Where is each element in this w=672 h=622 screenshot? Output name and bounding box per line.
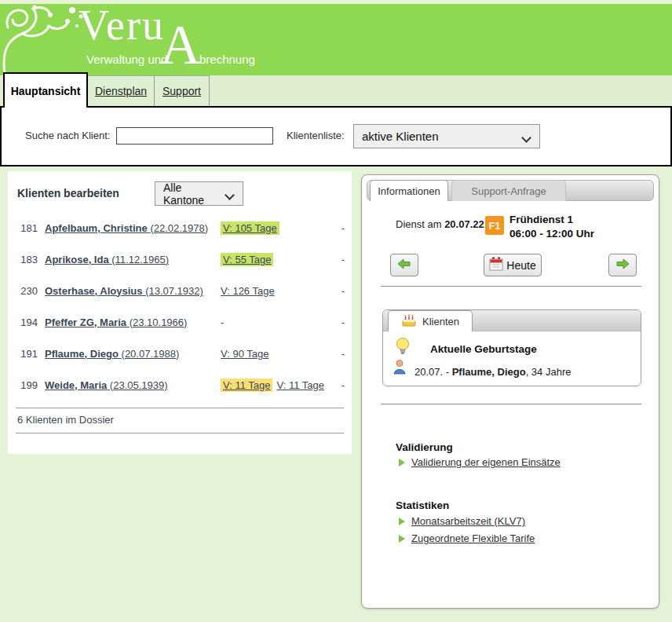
client-row: 181 Apfelbaum, Christine (22.02.1978) V:…: [8, 212, 352, 243]
shift-info: Frühdienst 1 06:00 - 12:00 Uhr: [509, 213, 594, 241]
client-name-link[interactable]: Osterhase, Aloysius (13.07.1932): [45, 285, 221, 297]
validation-heading: Validierung: [396, 441, 453, 453]
placeholder-dash: -: [334, 348, 345, 360]
placeholder-dash: -: [334, 379, 345, 391]
bulb-icon: [396, 337, 410, 359]
shift-name: Frühdienst 1: [509, 213, 594, 227]
contract-days-link[interactable]: V: 11 Tage: [221, 379, 272, 392]
client-row: 194 Pfeffer ZG, Maria (23.10.1966) - -: [8, 306, 352, 338]
shift-badge: F1: [485, 216, 504, 235]
client-row: 191 Pflaume, Diego (20.07.1988) V: 90 Ta…: [8, 338, 352, 369]
clients-count: 6 Klienten im Dossier: [17, 414, 114, 426]
client-id: 181: [16, 222, 38, 234]
arrow-bullet-icon: [399, 518, 405, 525]
client-name-link[interactable]: Pfeffer ZG, Maria (23.10.1966): [45, 316, 221, 328]
statistics-heading: Statistiken: [396, 499, 449, 511]
client-id: 183: [16, 254, 38, 265]
contract-days-link[interactable]: V: 11 Tage: [276, 379, 323, 391]
monthly-worktime-link[interactable]: Monatsarbeitszeit (KLV7): [411, 515, 525, 527]
client-id: 194: [16, 316, 38, 328]
client-row: 183 Aprikose, Ida (11.12.1965) V: 55 Tag…: [8, 243, 352, 275]
statistics-link-row: Monatsarbeitszeit (KLV7): [399, 515, 525, 527]
arrow-right-icon: [615, 258, 630, 273]
contract-days-link[interactable]: V: 55 Tage: [221, 253, 273, 266]
logo-verua: Veru: [79, 4, 165, 46]
person-icon: [393, 359, 407, 378]
client-name-link[interactable]: Weide, Maria (23.05.1939): [45, 379, 221, 391]
validation-link[interactable]: Validierung der eigenen Einsätze: [411, 456, 561, 468]
app-header: Veru A Verwaltung und brechnung: [0, 4, 672, 75]
client-row: 199 Weide, Maria (23.05.1939) V: 11 Tage…: [8, 369, 352, 401]
search-label: Suche nach Klient:: [25, 130, 110, 141]
duty-date-label: Dienst am 20.07.22:: [396, 218, 487, 230]
info-panel: Informationen Support-Anfrage Dienst am …: [361, 174, 659, 609]
client-name-link[interactable]: Aprikose, Ida (11.12.1965): [45, 254, 221, 265]
client-name-link[interactable]: Pflaume, Diego (20.07.1988): [45, 348, 221, 360]
tab-informationen[interactable]: Informationen: [370, 180, 448, 201]
tab-dienstplan[interactable]: Dienstplan: [88, 75, 155, 106]
birthday-box: Klienten Aktuelle Geburtstage 20.07. - P…: [382, 309, 641, 386]
shift-time: 06:00 - 12:00 Uhr: [509, 227, 594, 241]
client-id: 230: [16, 285, 38, 297]
tab-support[interactable]: Support: [155, 75, 210, 106]
calendar-icon: [489, 257, 503, 273]
today-button-label: Heute: [506, 259, 535, 272]
validation-link-row: Validierung der eigenen Einsätze: [399, 456, 561, 468]
main-tabbar: Hauptansicht Dienstplan Support: [0, 75, 672, 106]
client-list-label: Klientenliste:: [287, 130, 345, 141]
client-list-select[interactable]: aktive Klienten: [353, 124, 540, 148]
placeholder-dash: -: [334, 316, 345, 328]
contract-days-link[interactable]: V: 105 Tage: [221, 221, 279, 235]
birthday-heading: Aktuelle Geburtstage: [430, 343, 537, 355]
tab-hauptansicht[interactable]: Hauptansicht: [3, 72, 88, 108]
today-button[interactable]: Heute: [484, 254, 542, 276]
chevron-down-icon: [521, 133, 531, 143]
placeholder-dash: -: [334, 254, 345, 265]
contract-days-link[interactable]: V: 90 Tage: [221, 348, 268, 360]
clients-panel: Klienten bearbeiten Alle Kantone 181 Apf…: [8, 171, 352, 454]
divider: [16, 408, 344, 408]
client-search-input[interactable]: [116, 127, 273, 145]
tab-klienten[interactable]: Klienten: [388, 310, 473, 331]
logo-subtitle-left: Verwaltung und: [86, 53, 167, 66]
contract-days-link[interactable]: V: 126 Tage: [221, 285, 275, 297]
placeholder-dash: -: [334, 222, 345, 234]
client-rows: 181 Apfelbaum, Christine (22.02.1978) V:…: [8, 212, 352, 401]
statistics-link-row: Zugeordnete Flexible Tarife: [399, 532, 535, 544]
tab-support-anfrage[interactable]: Support-Anfrage: [451, 180, 566, 201]
canton-filter-select[interactable]: Alle Kantone: [155, 181, 243, 206]
divider: [381, 286, 641, 287]
placeholder-dash: -: [334, 285, 345, 297]
client-row: 230 Osterhase, Aloysius (13.07.1932) V: …: [8, 275, 352, 306]
cake-icon: [401, 314, 417, 329]
arrow-bullet-icon: [399, 459, 405, 466]
birthday-box-tab-label: Klienten: [422, 316, 459, 327]
divider: [381, 404, 641, 404]
client-id: 191: [16, 348, 38, 360]
placeholder-dash: -: [221, 316, 224, 328]
birthday-entry: 20.07. - Pflaume, Diego, 34 Jahre: [415, 366, 571, 378]
client-id: 199: [16, 379, 38, 391]
arrow-left-icon: [397, 258, 411, 273]
logo-subtitle-right: brechnung: [199, 53, 255, 66]
client-name-link[interactable]: Apfelbaum, Christine (22.02.1978): [45, 222, 221, 234]
next-day-button[interactable]: [608, 254, 637, 276]
search-band: Suche nach Klient: Klientenliste: aktive…: [0, 106, 672, 166]
chevron-down-icon: [225, 190, 235, 200]
divider: [16, 433, 344, 434]
arrow-bullet-icon: [399, 535, 405, 543]
flexible-tariffs-link[interactable]: Zugeordnete Flexible Tarife: [411, 532, 535, 544]
clients-panel-title: Klienten bearbeiten: [17, 187, 119, 199]
previous-day-button[interactable]: [390, 254, 418, 276]
